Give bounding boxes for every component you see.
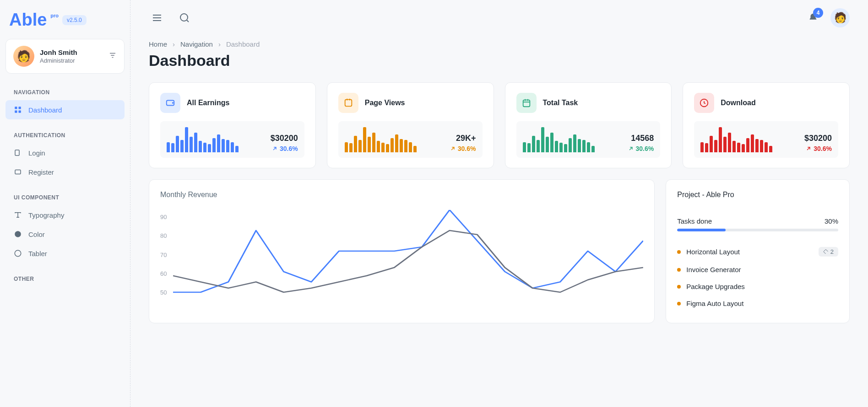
- svg-rect-21: [523, 100, 530, 107]
- revenue-title: Monthly Revenue: [160, 191, 643, 199]
- task-label: Figma Auto Layout: [686, 300, 743, 307]
- stat-value: $30200: [804, 134, 832, 143]
- dot-icon: [677, 285, 681, 289]
- sidebar-item-label: Color: [28, 230, 45, 238]
- stat-card: Total Task1456830.6%: [505, 82, 672, 168]
- stat-card: Page Views29K+30.6%: [327, 82, 494, 168]
- sidebar-item-login[interactable]: Login: [5, 143, 125, 162]
- y-tick: 80: [160, 232, 167, 239]
- dot-icon: [677, 250, 681, 254]
- task-item[interactable]: Horizontal Layout2: [677, 242, 838, 261]
- user-name: Jonh Smith: [40, 48, 103, 56]
- stat-icon: [338, 93, 358, 113]
- notifications-button[interactable]: 4: [805, 10, 821, 26]
- svg-point-17: [173, 102, 174, 103]
- progress-percent: 30%: [825, 217, 838, 225]
- dot-icon: [677, 302, 681, 305]
- progress-label: Tasks done: [677, 217, 712, 225]
- sidebar-item-register[interactable]: Register: [5, 162, 125, 182]
- progress-bar: [677, 229, 838, 231]
- task-item[interactable]: Invoice Generator: [677, 261, 838, 278]
- menu-toggle-button[interactable]: [149, 10, 165, 26]
- type-icon: [14, 211, 22, 219]
- svg-rect-5: [15, 111, 17, 113]
- brand-name: Able: [9, 10, 47, 30]
- sidebar-item-label: Typography: [28, 211, 64, 219]
- bar-chart: [167, 127, 265, 152]
- task-label: Invoice Generator: [686, 266, 741, 273]
- filter-icon[interactable]: [108, 51, 117, 61]
- y-tick: 60: [160, 270, 167, 277]
- y-tick: 70: [160, 252, 167, 258]
- bar-chart: [345, 127, 444, 152]
- sidebar-item-dashboard[interactable]: Dashboard: [5, 100, 125, 119]
- color-icon: [14, 230, 22, 238]
- project-card: Project - Able Pro Tasks done 30% Horizo…: [666, 179, 850, 323]
- nav-section-title: NAVIGATION: [5, 85, 125, 100]
- stat-title: Page Views: [365, 99, 405, 107]
- chevron-right-icon: ›: [173, 40, 175, 48]
- svg-point-9: [15, 231, 21, 237]
- brand-version: v2.5.0: [62, 15, 87, 25]
- bar-chart: [523, 127, 622, 152]
- stat-change: 30.6%: [804, 145, 832, 152]
- dot-icon: [677, 268, 681, 272]
- stat-icon: [160, 93, 180, 113]
- stat-card: All Earnings$3020030.6%: [149, 82, 316, 168]
- stat-change: 30.6%: [450, 145, 476, 152]
- search-button[interactable]: [176, 10, 193, 26]
- brand-logo[interactable]: Able pro v2.5.0: [5, 8, 125, 39]
- sidebar-item-label: Login: [28, 149, 45, 157]
- nav-section-title: AUTHENTICATION: [5, 128, 125, 143]
- stat-card: Download$3020030.6%: [683, 82, 850, 168]
- svg-rect-18: [345, 100, 352, 107]
- profile-avatar[interactable]: 🧑: [830, 8, 850, 27]
- breadcrumb-current: Dashboard: [226, 40, 260, 48]
- sidebar-item-label: Register: [28, 168, 54, 176]
- sidebar: Able pro v2.5.0 🧑 Jonh Smith Administrat…: [0, 0, 130, 407]
- sidebar-item-typography[interactable]: Typography: [5, 205, 125, 225]
- svg-point-14: [180, 14, 188, 21]
- sidebar-item-tabler[interactable]: Tabler: [5, 244, 125, 263]
- login-icon: [14, 149, 22, 157]
- task-label: Horizontal Layout: [686, 248, 740, 256]
- svg-rect-6: [19, 111, 21, 113]
- register-icon: [14, 168, 22, 176]
- stat-value: $30200: [271, 134, 298, 143]
- y-tick: 50: [160, 289, 167, 296]
- tabler-icon: [14, 249, 22, 257]
- dashboard-icon: [14, 106, 22, 114]
- svg-rect-8: [15, 170, 21, 174]
- breadcrumb-item[interactable]: Navigation: [180, 40, 213, 48]
- nav-section-title: OTHER: [5, 271, 125, 287]
- project-title: Project - Able Pro: [677, 191, 838, 199]
- stat-title: All Earnings: [187, 99, 229, 107]
- stat-title: Total Task: [543, 99, 578, 107]
- avatar: 🧑: [13, 46, 34, 67]
- svg-point-10: [15, 250, 21, 257]
- bar-chart: [700, 127, 799, 152]
- breadcrumb-item[interactable]: Home: [149, 40, 167, 48]
- sidebar-item-label: Dashboard: [28, 106, 62, 114]
- revenue-card: Monthly Revenue 9080706050: [149, 179, 655, 323]
- sidebar-item-color[interactable]: Color: [5, 225, 125, 244]
- stat-icon: [694, 93, 714, 113]
- svg-line-15: [187, 20, 189, 22]
- stat-change: 30.6%: [271, 145, 298, 152]
- line-chart: [173, 210, 643, 301]
- svg-rect-4: [19, 107, 21, 109]
- task-item[interactable]: Figma Auto Layout: [677, 295, 838, 312]
- topbar: 4 🧑: [130, 0, 868, 36]
- page-title: Dashboard: [149, 52, 850, 70]
- stat-title: Download: [721, 99, 755, 107]
- stat-change: 30.6%: [628, 145, 654, 152]
- stat-icon: [516, 93, 537, 113]
- svg-rect-7: [15, 150, 19, 155]
- task-label: Package Upgrades: [686, 283, 745, 290]
- brand-suffix: pro: [50, 13, 59, 18]
- svg-rect-3: [15, 107, 17, 109]
- y-tick: 90: [160, 214, 167, 220]
- notifications-badge: 4: [813, 8, 823, 18]
- user-card[interactable]: 🧑 Jonh Smith Administrator: [5, 39, 125, 74]
- task-item[interactable]: Package Upgrades: [677, 278, 838, 295]
